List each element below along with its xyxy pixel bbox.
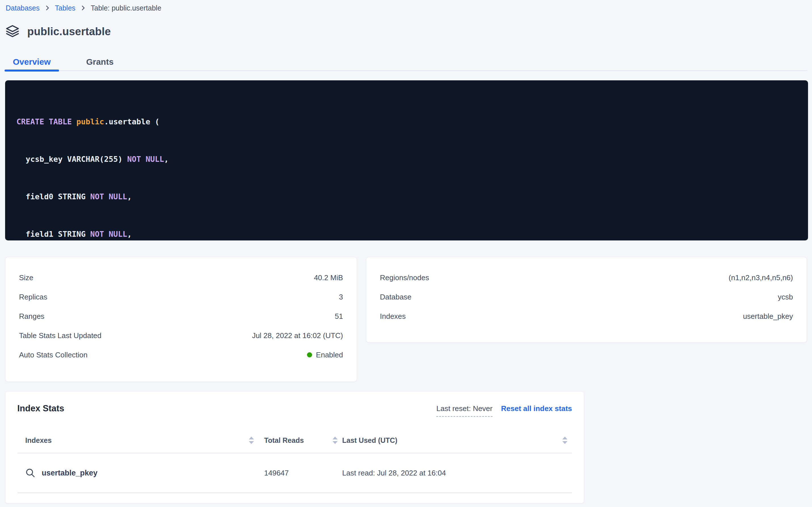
sql-line: field0 STRING NOT NULL, [16,190,808,203]
create-statement-block: CREATE TABLE public.usertable ( ycsb_key… [5,80,808,240]
column-header-last-used[interactable]: Last Used (UTC) [342,428,572,453]
detail-label: Replicas [19,293,47,301]
detail-row-auto-stats: Auto Stats Collection Enabled [19,345,343,364]
reset-index-stats-link[interactable]: Reset all index stats [501,403,572,413]
index-table-header: Indexes Total Reads Last Used (UTC) [17,428,572,453]
detail-value: ycsb [778,293,793,301]
sql-line: ycsb_key VARCHAR(255) NOT NULL, [16,153,808,166]
column-header-total-reads[interactable]: Total Reads [264,428,342,453]
sql-line: CREATE TABLE public.usertable ( [16,116,808,128]
last-reset-label[interactable]: Last reset: Never [436,403,493,417]
detail-label: Indexes [380,312,406,321]
breadcrumb: Databases Tables Table: public.usertable [6,2,162,14]
breadcrumb-link-tables[interactable]: Tables [55,4,75,12]
chevron-right-icon [45,5,50,11]
column-label: Indexes [25,436,52,445]
database-summary-card: Regions/nodes (n1,n2,n3,n4,n5,n6) Databa… [366,257,807,343]
sort-icon[interactable] [562,437,567,444]
tab-overview[interactable]: Overview [5,53,59,70]
tab-bar: Overview Grants [5,53,807,71]
detail-value: (n1,n2,n3,n4,n5,n6) [729,273,793,282]
status-text: Enabled [316,351,343,359]
index-name: usertable_pkey [42,469,98,477]
detail-label: Table Stats Last Updated [19,331,102,340]
detail-row-regions: Regions/nodes (n1,n2,n3,n4,n5,n6) [380,268,793,287]
detail-row-stats-updated: Table Stats Last Updated Jul 28, 2022 at… [19,326,343,345]
index-stats-controls: Last reset: Never Reset all index stats [436,403,572,417]
index-name-cell[interactable]: usertable_pkey [17,468,264,478]
index-stats-title: Index Stats [17,403,64,413]
detail-row-database: Database ycsb [380,287,793,306]
column-label: Last Used (UTC) [342,436,397,445]
tab-grants[interactable]: Grants [73,53,127,70]
column-label: Total Reads [264,436,304,445]
chevron-right-icon [80,5,86,11]
detail-label: Database [380,293,412,301]
detail-value: Jul 28, 2022 at 16:02 (UTC) [252,331,343,340]
detail-label: Regions/nodes [380,273,429,282]
detail-row-size: Size 40.2 MiB [19,268,343,287]
sql-line: field1 STRING NOT NULL, [16,228,808,240]
sort-icon[interactable] [332,437,337,444]
breadcrumb-current: Table: public.usertable [91,4,162,12]
index-table-row: usertable_pkey 149647 Last read: Jul 28,… [17,453,572,493]
status-value: Enabled [307,351,343,359]
total-reads-value: 149647 [264,469,342,477]
detail-value: 51 [335,312,343,321]
page-title: public.usertable [27,25,111,38]
detail-label: Ranges [19,312,45,321]
breadcrumb-link-databases[interactable]: Databases [6,4,40,12]
detail-value: 40.2 MiB [314,273,343,282]
column-header-indexes[interactable]: Indexes [17,428,264,453]
index-stats-header: Index Stats Last reset: Never Reset all … [17,403,572,416]
detail-label: Size [19,273,34,282]
detail-row-indexes: Indexes usertable_pkey [380,306,793,326]
page-header: public.usertable [5,23,111,40]
layers-icon [5,24,20,39]
detail-label: Auto Stats Collection [19,351,87,359]
index-stats-card: Index Stats Last reset: Never Reset all … [5,391,584,504]
status-dot-green [307,352,312,357]
detail-value: 3 [339,293,343,301]
detail-value: usertable_pkey [743,312,793,321]
sort-icon[interactable] [249,437,254,444]
last-used-value: Last read: Jul 28, 2022 at 16:04 [342,469,572,477]
table-summary-card: Size 40.2 MiB Replicas 3 Ranges 51 Table… [5,257,357,382]
detail-row-replicas: Replicas 3 [19,287,343,306]
search-icon [25,468,36,478]
detail-row-ranges: Ranges 51 [19,306,343,326]
